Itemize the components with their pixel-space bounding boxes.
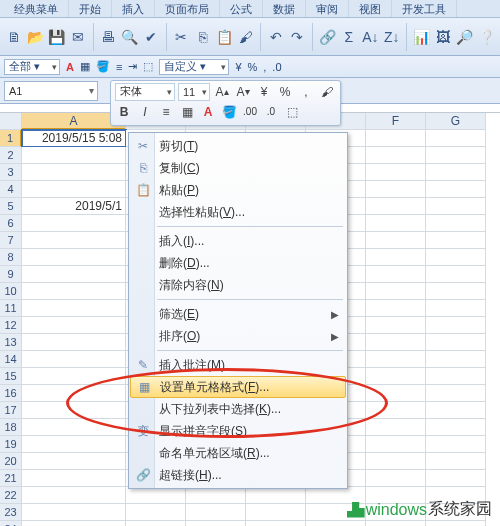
cell-D23[interactable] bbox=[246, 504, 306, 521]
row-header-24[interactable]: 24 bbox=[0, 521, 22, 526]
cut-icon[interactable]: ✂ bbox=[172, 26, 191, 48]
cell-F20[interactable] bbox=[366, 453, 426, 470]
cell-F21[interactable] bbox=[366, 470, 426, 487]
name-box[interactable]: A1 bbox=[4, 81, 98, 101]
fontcolor-mini-icon[interactable]: A bbox=[199, 103, 217, 121]
cell-D22[interactable] bbox=[246, 487, 306, 504]
sort-asc-icon[interactable]: A↓ bbox=[361, 26, 380, 48]
percent-icon[interactable]: % bbox=[248, 61, 258, 73]
cell-G3[interactable] bbox=[426, 164, 486, 181]
menu-item-F[interactable]: ▦设置单元格格式(F)... bbox=[130, 376, 346, 398]
row-header-14[interactable]: 14 bbox=[0, 351, 22, 368]
cell-A5[interactable]: 2019/5/1 bbox=[22, 198, 126, 215]
cell-F15[interactable] bbox=[366, 368, 426, 385]
cell-F12[interactable] bbox=[366, 317, 426, 334]
shrink-font-icon[interactable]: A▾ bbox=[234, 83, 252, 101]
tab-home[interactable]: 开始 bbox=[69, 0, 112, 17]
cell-D24[interactable] bbox=[246, 521, 306, 526]
row-header-4[interactable]: 4 bbox=[0, 181, 22, 198]
row-header-2[interactable]: 2 bbox=[0, 147, 22, 164]
new-icon[interactable]: 🗎 bbox=[4, 26, 23, 48]
cell-A2[interactable] bbox=[22, 147, 126, 164]
format-painter-icon[interactable]: 🖌 bbox=[236, 26, 255, 48]
menu-item-I[interactable]: 插入(I)... bbox=[129, 230, 347, 252]
menu-item-R[interactable]: 命名单元格区域(R)... bbox=[129, 442, 347, 464]
zoom-icon[interactable]: 🔎 bbox=[455, 26, 474, 48]
menu-item-D[interactable]: 删除(D)... bbox=[129, 252, 347, 274]
row-header-16[interactable]: 16 bbox=[0, 385, 22, 402]
italic-button[interactable]: I bbox=[136, 103, 154, 121]
cell-A19[interactable] bbox=[22, 436, 126, 453]
tab-review[interactable]: 审阅 bbox=[306, 0, 349, 17]
cell-G12[interactable] bbox=[426, 317, 486, 334]
print-icon[interactable]: 🖶 bbox=[99, 26, 118, 48]
grow-font-icon[interactable]: A▴ bbox=[213, 83, 231, 101]
open-icon[interactable]: 📂 bbox=[25, 26, 44, 48]
cell-B23[interactable] bbox=[126, 504, 186, 521]
cell-A22[interactable] bbox=[22, 487, 126, 504]
row-header-22[interactable]: 22 bbox=[0, 487, 22, 504]
menu-item-N[interactable]: 清除内容(N) bbox=[129, 274, 347, 296]
spell-icon[interactable]: ✔ bbox=[141, 26, 160, 48]
merge-mini-icon[interactable]: ⬚ bbox=[283, 103, 301, 121]
border-icon[interactable]: ▦ bbox=[80, 60, 90, 73]
row-header-20[interactable]: 20 bbox=[0, 453, 22, 470]
row-header-19[interactable]: 19 bbox=[0, 436, 22, 453]
cell-F2[interactable] bbox=[366, 147, 426, 164]
format-painter-mini-icon[interactable]: 🖌 bbox=[318, 83, 336, 101]
cell-F11[interactable] bbox=[366, 300, 426, 317]
chart-icon[interactable]: 📊 bbox=[412, 26, 431, 48]
menu-item-T[interactable]: ✂剪切(T) bbox=[129, 135, 347, 157]
cell-F10[interactable] bbox=[366, 283, 426, 300]
cell-G13[interactable] bbox=[426, 334, 486, 351]
cell-C23[interactable] bbox=[186, 504, 246, 521]
cell-A12[interactable] bbox=[22, 317, 126, 334]
cell-A9[interactable] bbox=[22, 266, 126, 283]
all-dropdown[interactable]: 全部 ▾ bbox=[4, 59, 60, 75]
dec-inc-icon[interactable]: .0 bbox=[272, 61, 281, 73]
row-header-18[interactable]: 18 bbox=[0, 419, 22, 436]
fill-mini-icon[interactable]: 🪣 bbox=[220, 103, 238, 121]
dec-inc-mini-icon[interactable]: .00 bbox=[241, 103, 259, 121]
cell-G5[interactable] bbox=[426, 198, 486, 215]
border-mini-icon[interactable]: ▦ bbox=[178, 103, 196, 121]
tab-classic[interactable]: 经典菜单 bbox=[4, 0, 69, 17]
cell-F13[interactable] bbox=[366, 334, 426, 351]
cell-A21[interactable] bbox=[22, 470, 126, 487]
row-header-7[interactable]: 7 bbox=[0, 232, 22, 249]
cell-G17[interactable] bbox=[426, 402, 486, 419]
cell-F14[interactable] bbox=[366, 351, 426, 368]
cell-G18[interactable] bbox=[426, 419, 486, 436]
align-icon[interactable]: ≡ bbox=[116, 61, 122, 73]
picture-icon[interactable]: 🖼 bbox=[434, 26, 453, 48]
row-header-23[interactable]: 23 bbox=[0, 504, 22, 521]
row-header-9[interactable]: 9 bbox=[0, 266, 22, 283]
cell-F1[interactable] bbox=[366, 130, 426, 147]
fill-icon[interactable]: 🪣 bbox=[96, 60, 110, 73]
dec-dec-mini-icon[interactable]: .0 bbox=[262, 103, 280, 121]
cell-A13[interactable] bbox=[22, 334, 126, 351]
cell-G11[interactable] bbox=[426, 300, 486, 317]
column-header-F[interactable]: F bbox=[366, 113, 426, 130]
tab-view[interactable]: 视图 bbox=[349, 0, 392, 17]
row-header-17[interactable]: 17 bbox=[0, 402, 22, 419]
menu-item-V[interactable]: 选择性粘贴(V)... bbox=[129, 201, 347, 223]
cell-G8[interactable] bbox=[426, 249, 486, 266]
merge-icon[interactable]: ⬚ bbox=[143, 60, 153, 73]
cell-G6[interactable] bbox=[426, 215, 486, 232]
cell-G15[interactable] bbox=[426, 368, 486, 385]
menu-item-O[interactable]: 排序(O)▶ bbox=[129, 325, 347, 347]
row-header-1[interactable]: 1 bbox=[0, 130, 22, 147]
row-header-5[interactable]: 5 bbox=[0, 198, 22, 215]
cell-G19[interactable] bbox=[426, 436, 486, 453]
mini-percent-icon[interactable]: % bbox=[276, 83, 294, 101]
cell-A6[interactable] bbox=[22, 215, 126, 232]
link-icon[interactable]: 🔗 bbox=[318, 26, 337, 48]
menu-item-M[interactable]: ✎插入批注(M) bbox=[129, 354, 347, 376]
cell-B22[interactable] bbox=[126, 487, 186, 504]
cell-F4[interactable] bbox=[366, 181, 426, 198]
indent-icon[interactable]: ⇥ bbox=[128, 60, 137, 73]
cell-G21[interactable] bbox=[426, 470, 486, 487]
tab-insert[interactable]: 插入 bbox=[112, 0, 155, 17]
row-header-15[interactable]: 15 bbox=[0, 368, 22, 385]
